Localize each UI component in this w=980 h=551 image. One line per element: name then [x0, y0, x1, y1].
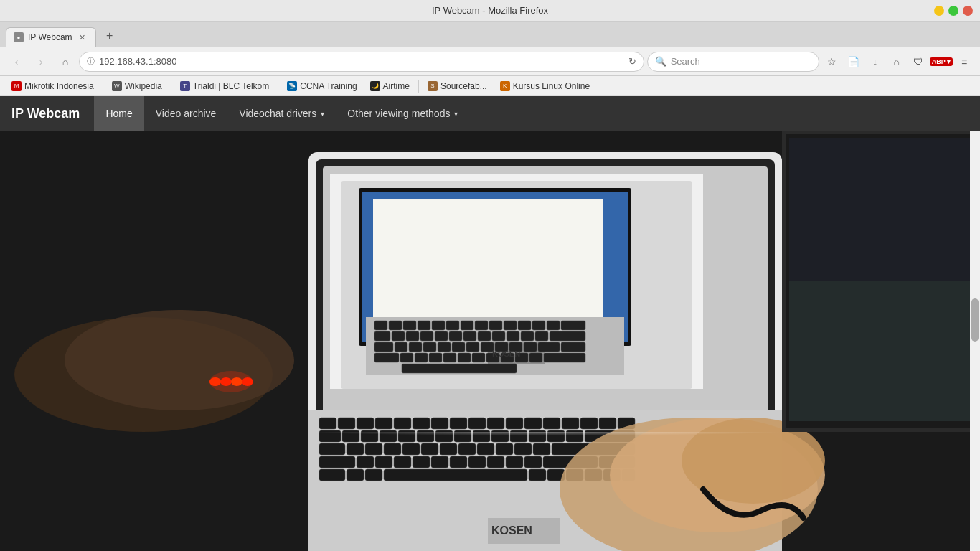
- svg-rect-17: [373, 199, 603, 321]
- search-icon: 🔍: [655, 56, 666, 67]
- svg-rect-80: [413, 418, 430, 429]
- svg-rect-130: [524, 456, 542, 468]
- bookmarks-bar: M Mikrotik Indonesia W Wikipedia T Trial…: [0, 76, 980, 96]
- svg-rect-49: [423, 342, 436, 352]
- security-icon: ⓘ: [87, 56, 95, 67]
- bookmark-sourcefab-label: Sourcefab...: [440, 81, 487, 91]
- menu-button[interactable]: ≡: [954, 52, 974, 72]
- bookmark-wikipedia-label: Wikipedia: [125, 81, 162, 91]
- nav-video-archive[interactable]: Video archive: [144, 96, 228, 131]
- svg-rect-44: [535, 331, 548, 341]
- svg-rect-115: [477, 443, 494, 455]
- svg-rect-107: [319, 443, 345, 455]
- bookmark-mikrotik[interactable]: M Mikrotik Indonesia: [6, 80, 100, 93]
- downloads-button[interactable]: ↓: [865, 52, 885, 72]
- other-viewing-dropdown-icon: ▾: [454, 110, 458, 118]
- svg-rect-136: [384, 469, 527, 481]
- bookmark-separator-4: [418, 80, 419, 93]
- nav-other-viewing[interactable]: Other viewing methods ▾: [336, 96, 469, 131]
- svg-rect-40: [478, 331, 491, 341]
- svg-rect-117: [514, 443, 532, 455]
- svg-rect-126: [450, 456, 467, 468]
- svg-rect-25: [461, 321, 473, 330]
- svg-rect-23: [432, 321, 445, 330]
- forward-button[interactable]: ›: [30, 51, 52, 72]
- svg-rect-108: [347, 443, 364, 455]
- svg-rect-38: [449, 331, 462, 341]
- bookmark-sourcefab[interactable]: S Sourcefab...: [422, 80, 493, 93]
- shield-icon-button[interactable]: 🛡: [908, 52, 928, 72]
- bookmark-ccna-label: CCNA Training: [300, 81, 357, 91]
- svg-rect-35: [406, 331, 419, 341]
- svg-rect-90: [599, 418, 616, 429]
- svg-rect-63: [443, 353, 456, 362]
- svg-rect-29: [518, 321, 531, 330]
- svg-rect-71: [402, 364, 517, 373]
- home-button[interactable]: ⌂: [55, 51, 76, 72]
- svg-rect-60: [400, 353, 413, 362]
- nav-home[interactable]: Home: [94, 96, 143, 131]
- svg-rect-46: [374, 342, 393, 352]
- nav-videochat-drivers[interactable]: Videochat drivers ▾: [227, 96, 336, 131]
- svg-rect-64: [458, 353, 471, 362]
- nav-other-viewing-label: Other viewing methods: [347, 108, 450, 119]
- svg-rect-45: [550, 331, 585, 341]
- bookmark-kursus-icon: K: [500, 81, 510, 91]
- bookmark-airtime[interactable]: 🌙 Airtime: [364, 80, 415, 93]
- maximize-button[interactable]: [948, 6, 958, 16]
- svg-rect-123: [394, 456, 411, 468]
- svg-rect-116: [496, 443, 513, 455]
- bookmark-sourcefab-icon: S: [428, 81, 438, 91]
- minimize-button[interactable]: [934, 6, 944, 16]
- svg-rect-77: [357, 418, 374, 429]
- svg-rect-34: [392, 331, 405, 341]
- scrollbar[interactable]: [970, 131, 980, 551]
- home-icon-button[interactable]: ⌂: [887, 52, 907, 72]
- svg-rect-129: [506, 456, 523, 468]
- address-bar[interactable]: ⓘ 192.168.43.1:8080 ↻: [79, 52, 644, 72]
- close-button[interactable]: [963, 6, 973, 16]
- bookmark-star-button[interactable]: ☆: [822, 52, 842, 72]
- app-brand: IP Webcam: [11, 106, 80, 121]
- bookmark-trialdi[interactable]: T Trialdi | BLC Telkom: [174, 80, 275, 93]
- reader-mode-button[interactable]: 📄: [844, 52, 864, 72]
- bookmark-wikipedia[interactable]: W Wikipedia: [106, 80, 168, 93]
- svg-rect-125: [431, 456, 448, 468]
- svg-rect-137: [529, 469, 546, 481]
- main-content: KOSEN: [0, 131, 980, 551]
- svg-rect-39: [463, 331, 476, 341]
- search-bar[interactable]: 🔍 Search: [647, 52, 819, 72]
- svg-rect-26: [475, 321, 488, 330]
- svg-rect-20: [389, 321, 402, 330]
- svg-rect-76: [338, 418, 355, 429]
- svg-rect-152: [789, 281, 973, 421]
- abp-button[interactable]: ABP ▾: [930, 57, 953, 66]
- tab-ip-webcam[interactable]: ● IP Webcam ✕: [6, 27, 96, 47]
- bookmark-wikipedia-icon: W: [112, 81, 122, 91]
- nav-video-archive-label: Video archive: [156, 108, 217, 119]
- webcam-container: KOSEN: [0, 131, 980, 551]
- scrollbar-thumb[interactable]: [971, 298, 979, 342]
- svg-rect-83: [468, 418, 486, 429]
- refresh-icon[interactable]: ↻: [628, 56, 636, 67]
- svg-rect-153: [308, 432, 782, 439]
- svg-rect-89: [580, 418, 598, 429]
- svg-point-9: [209, 371, 253, 392]
- tab-close-button[interactable]: ✕: [77, 32, 88, 43]
- bookmark-kursus[interactable]: K Kursus Linux Online: [494, 80, 595, 93]
- back-button[interactable]: ‹: [6, 51, 27, 72]
- svg-rect-151: [789, 138, 973, 281]
- bookmark-ccna[interactable]: 📡 CCNA Training: [281, 80, 362, 93]
- svg-rect-70: [544, 353, 585, 362]
- svg-rect-81: [431, 418, 448, 429]
- svg-rect-28: [504, 321, 517, 330]
- svg-rect-111: [402, 443, 420, 455]
- window-title: IP Webcam - Mozilla Firefox: [432, 5, 548, 16]
- titlebar: IP Webcam - Mozilla Firefox: [0, 0, 980, 22]
- svg-rect-127: [468, 456, 486, 468]
- svg-rect-135: [365, 469, 382, 481]
- svg-rect-42: [507, 331, 519, 341]
- svg-rect-78: [375, 418, 392, 429]
- new-tab-button[interactable]: +: [100, 27, 119, 45]
- svg-rect-134: [347, 469, 364, 481]
